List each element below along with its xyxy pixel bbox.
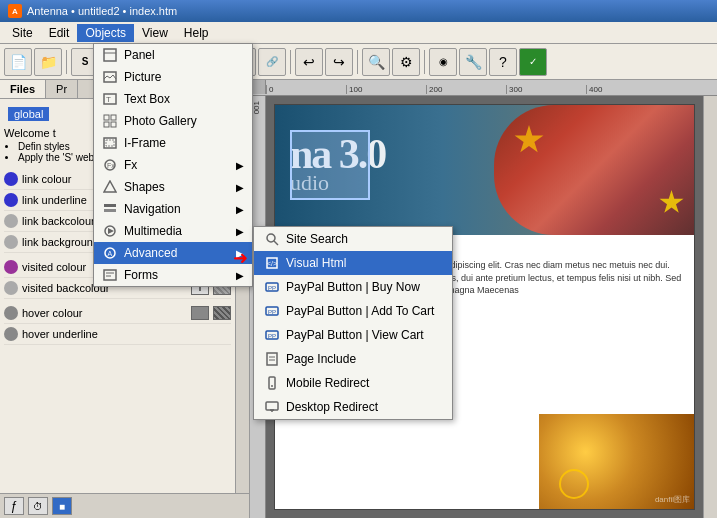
submenu-page-include[interactable]: Page Include: [254, 347, 452, 371]
menu-shapes-item[interactable]: Shapes ▶: [94, 176, 252, 198]
title-text: Antenna • untitled2 • index.htm: [27, 5, 177, 17]
svg-line-24: [274, 241, 278, 245]
picture-menu-icon: [102, 69, 118, 85]
menu-gallery-item[interactable]: Photo Gallery: [94, 110, 252, 132]
svg-rect-38: [266, 402, 278, 410]
circle-button[interactable]: ◉: [429, 48, 457, 76]
objects-dropdown: Panel Picture T Text Box Photo Gallery I…: [93, 43, 253, 287]
menu-site[interactable]: Site: [4, 24, 41, 42]
mobile-redirect-label: Mobile Redirect: [286, 376, 369, 390]
submenu-paypal-buy[interactable]: PP PayPal Button | Buy Now: [254, 275, 452, 299]
link-underline-icon: [4, 193, 18, 207]
menu-multimedia-item[interactable]: Multimedia ▶: [94, 220, 252, 242]
desktop-redirect-label: Desktop Redirect: [286, 400, 378, 414]
extra-button[interactable]: ✓: [519, 48, 547, 76]
hover-colour-swatch[interactable]: [191, 306, 209, 320]
submenu-site-search[interactable]: Site Search: [254, 227, 452, 251]
toolbar-sep-4: [357, 50, 358, 74]
ruler-h: 0 100 200 300 400: [250, 80, 717, 96]
hover-colour-icon: [4, 306, 18, 320]
title-bar: A Antenna • untitled2 • index.htm: [0, 0, 717, 22]
menu-fx-item[interactable]: Fx Fx ▶: [94, 154, 252, 176]
menu-advanced-item[interactable]: A Advanced ▶: [94, 242, 252, 264]
panel-menu-icon: [102, 47, 118, 63]
menu-forms-item[interactable]: Forms ▶: [94, 264, 252, 286]
mobile-redirect-icon: [264, 375, 280, 391]
menu-picture-item[interactable]: Picture: [94, 66, 252, 88]
gear2-button[interactable]: 🔧: [459, 48, 487, 76]
navigation-arrow: ▶: [236, 204, 244, 215]
global-tag[interactable]: global: [8, 107, 49, 121]
panel-menu-label: Panel: [124, 48, 155, 62]
navigation-menu-icon: [102, 201, 118, 217]
submenu-visual-html[interactable]: </> Visual Html: [254, 251, 452, 275]
textbox-menu-label: Text Box: [124, 92, 170, 106]
ruler-mark-0: 0: [266, 85, 346, 94]
svg-point-37: [271, 385, 273, 387]
bottom-image-inner: danfil图库: [539, 414, 694, 509]
svg-marker-13: [104, 181, 116, 192]
link-colour-icon: [4, 172, 18, 186]
navigation-menu-label: Navigation: [124, 202, 181, 216]
visited-colour-icon: [4, 260, 18, 274]
script-icon[interactable]: ƒ: [4, 497, 24, 515]
ruler-marks: 0 100 200 300 400: [266, 85, 717, 94]
multimedia-arrow: ▶: [236, 226, 244, 237]
submenu-paypal-cart[interactable]: PP PayPal Button | Add To Cart: [254, 299, 452, 323]
forms-menu-label: Forms: [124, 268, 158, 282]
svg-rect-33: [267, 353, 277, 365]
menu-edit[interactable]: Edit: [41, 24, 78, 42]
prop-hover-underline: hover underline: [4, 324, 231, 345]
ruler-mark-300: 300: [506, 85, 586, 94]
menu-navigation-item[interactable]: Navigation ▶: [94, 198, 252, 220]
menu-panel-item[interactable]: Panel: [94, 44, 252, 66]
link-button[interactable]: 🔗: [258, 48, 286, 76]
zoom-button[interactable]: 🔍: [362, 48, 390, 76]
ruler-mark-100: 100: [346, 85, 426, 94]
new-button[interactable]: 📄: [4, 48, 32, 76]
fx-menu-label: Fx: [124, 158, 137, 172]
ruler-v-label: 001: [252, 101, 261, 114]
redo-button[interactable]: ↪: [325, 48, 353, 76]
menu-help[interactable]: Help: [176, 24, 217, 42]
undo-button[interactable]: ↩: [295, 48, 323, 76]
clock-icon[interactable]: ⏱: [28, 497, 48, 515]
tab-files[interactable]: Files: [0, 80, 46, 98]
menu-view[interactable]: View: [134, 24, 176, 42]
svg-rect-8: [111, 122, 116, 127]
banner-image: [494, 105, 694, 235]
submenu-mobile-redirect[interactable]: Mobile Redirect: [254, 371, 452, 395]
right-scrollbar[interactable]: [703, 96, 717, 518]
ruler-mark-400: 400: [586, 85, 666, 94]
blue-box[interactable]: [290, 130, 370, 200]
open-button[interactable]: 📁: [34, 48, 62, 76]
forms-arrow: ▶: [236, 270, 244, 281]
paypal-cart-icon: PP: [264, 303, 280, 319]
menu-objects[interactable]: Objects: [77, 24, 134, 42]
active-icon[interactable]: ■: [52, 497, 72, 515]
arrow-indicator: ➜: [233, 247, 248, 269]
paypal-view-label: PayPal Button | View Cart: [286, 328, 424, 342]
mask-image: [494, 105, 694, 235]
desktop-redirect-icon: [264, 399, 280, 415]
svg-rect-14: [104, 204, 116, 207]
svg-point-23: [267, 234, 275, 242]
multimedia-menu-label: Multimedia: [124, 224, 182, 238]
menu-textbox-item[interactable]: T Text Box: [94, 88, 252, 110]
submenu-paypal-view[interactable]: PP PayPal Button | View Cart: [254, 323, 452, 347]
page-include-label: Page Include: [286, 352, 356, 366]
svg-rect-20: [104, 270, 116, 280]
help-button[interactable]: ?: [489, 48, 517, 76]
shapes-menu-icon: [102, 179, 118, 195]
star-2: [659, 190, 684, 215]
visual-html-label: Visual Html: [286, 256, 346, 270]
menu-iframe-item[interactable]: I-Frame: [94, 132, 252, 154]
iframe-menu-icon: [102, 135, 118, 151]
settings-button[interactable]: ⚙: [392, 48, 420, 76]
link-bgimage-icon: [4, 235, 18, 249]
submenu-desktop-redirect[interactable]: Desktop Redirect: [254, 395, 452, 419]
menu-bar: Site Edit Objects View Help: [0, 22, 717, 44]
hover-colour-grid[interactable]: [213, 306, 231, 320]
page-include-icon: [264, 351, 280, 367]
tab-properties[interactable]: Pr: [46, 80, 78, 98]
